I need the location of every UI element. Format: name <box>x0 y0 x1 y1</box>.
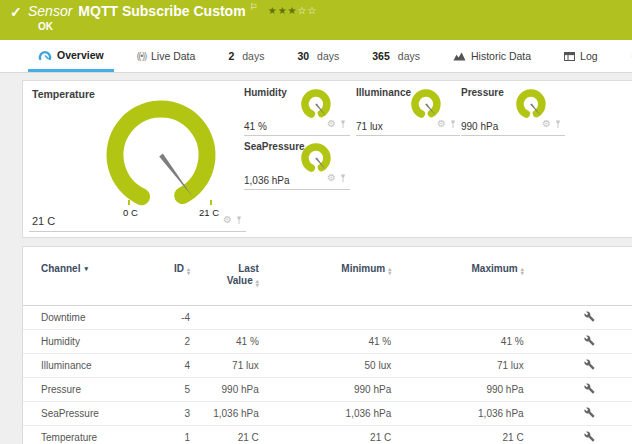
channel-name[interactable]: Illuminance <box>23 360 141 371</box>
pin-icon[interactable] <box>339 169 347 187</box>
tab-overview[interactable]: Overview <box>28 40 114 72</box>
pin-icon[interactable] <box>339 115 347 133</box>
channel-id: 4 <box>141 360 190 371</box>
wrench-icon[interactable] <box>584 361 595 372</box>
table-row-temperature[interactable]: Temperature 1 21 C 21 C 21 C <box>23 425 632 444</box>
channel-table-panel: Channel▾ ID▴▾ LastValue▴▾ Minimum▴▾ Maxi… <box>22 246 632 444</box>
tab-live-data[interactable]: ((•)) Live Data <box>127 40 206 72</box>
last-value: 21 C <box>190 432 259 443</box>
tab-365-days[interactable]: 365 days <box>362 40 430 72</box>
tab-unit: days <box>398 50 420 62</box>
gauge-title: Humidity <box>244 87 287 98</box>
tab-bar: Overview ((•)) Live Data 2 days 30 days … <box>0 40 632 73</box>
gauge-scale-min: 0 C <box>123 207 138 218</box>
sort-arrows-icon: ▴▾ <box>256 279 259 287</box>
sort-arrows-icon: ▴▾ <box>521 267 524 275</box>
tab-label: Overview <box>57 49 104 61</box>
tab-2-days[interactable]: 2 days <box>218 40 274 72</box>
gauge-value: 71 lux <box>356 121 383 132</box>
channel-id: 1 <box>141 432 190 443</box>
column-header-last-value[interactable]: LastValue▴▾ <box>190 263 259 287</box>
table-header-row: Channel▾ ID▴▾ LastValue▴▾ Minimum▴▾ Maxi… <box>23 247 632 305</box>
tab-log[interactable]: Log <box>554 40 608 72</box>
tab-historic-data[interactable]: Historic Data <box>443 40 541 72</box>
channel-id: 5 <box>141 384 190 395</box>
gauge-icon <box>38 49 52 61</box>
gauge-value: 21 C <box>32 215 55 227</box>
gauge-settings-gear-icon[interactable]: ⚙ <box>542 119 551 129</box>
tab-30-days[interactable]: 30 days <box>287 40 349 72</box>
gauge-card-illuminance: Illuminance 71 lux ⚙ <box>356 87 460 136</box>
gauge-card-seapressure: SeaPressure 1,036 hPa ⚙ <box>244 141 350 190</box>
pin-icon[interactable] <box>235 211 243 229</box>
last-value: 990 hPa <box>190 384 259 395</box>
tab-number: 30 <box>297 50 309 62</box>
sensor-title-line: SensorMQTT Subscribe Custom⚐★★★☆☆ <box>28 2 318 19</box>
tab-number: 2 <box>228 50 234 62</box>
gauge-title: Illuminance <box>356 87 411 98</box>
gauge-value: 990 hPa <box>461 121 498 132</box>
historic-chart-icon <box>453 51 466 61</box>
last-value: 71 lux <box>190 360 259 371</box>
gauge-settings-gear-icon[interactable]: ⚙ <box>327 119 336 129</box>
last-value: 1,036 hPa <box>190 408 259 419</box>
maximum-value: 1,036 hPa <box>391 408 523 419</box>
gauges-panel: Temperature 0 C 21 C 21 C ⚙ Humidity <box>22 80 632 238</box>
wrench-icon[interactable] <box>584 433 595 444</box>
channel-name[interactable]: Pressure <box>23 384 141 395</box>
channel-name[interactable]: SeaPressure <box>23 408 141 419</box>
column-header-maximum[interactable]: Maximum▴▾ <box>391 263 523 275</box>
minimum-value: 41 % <box>259 336 391 347</box>
sort-caret-icon: ▾ <box>84 265 88 272</box>
table-row-downtime[interactable]: Downtime -4 <box>23 305 632 329</box>
channel-id: -4 <box>141 312 190 323</box>
gauge-tick-min <box>128 200 130 205</box>
priority-stars-empty[interactable]: ☆☆ <box>298 5 318 16</box>
table-row-pressure[interactable]: Pressure 5 990 hPa 990 hPa 990 hPa <box>23 377 632 401</box>
flag-icon[interactable]: ⚐ <box>250 2 258 12</box>
wrench-icon[interactable] <box>584 409 595 420</box>
pin-icon[interactable] <box>449 115 457 133</box>
maximum-value: 71 lux <box>391 360 523 371</box>
maximum-value: 21 C <box>391 432 523 443</box>
tab-settings[interactable]: ⚙ Settings <box>621 40 632 72</box>
channel-name[interactable]: Temperature <box>23 432 141 443</box>
tab-unit: days <box>242 50 264 62</box>
gauge-settings-gear-icon[interactable]: ⚙ <box>327 173 336 183</box>
maximum-value: 990 hPa <box>391 384 523 395</box>
column-header-channel[interactable]: Channel▾ <box>23 263 141 274</box>
priority-stars[interactable]: ★★★☆☆ <box>268 5 318 16</box>
channel-name[interactable]: Downtime <box>23 312 141 323</box>
maximum-value: 41 % <box>391 336 523 347</box>
column-header-id[interactable]: ID▴▾ <box>141 263 190 275</box>
gauge-value: 41 % <box>244 121 267 132</box>
prtg-sensor-page: ✓ SensorMQTT Subscribe Custom⚐★★★☆☆ OK O… <box>0 0 632 444</box>
broadcast-icon: ((•)) <box>137 51 146 61</box>
gauge-card-pressure: Pressure 990 hPa ⚙ <box>461 87 565 136</box>
column-header-minimum[interactable]: Minimum▴▾ <box>259 263 391 275</box>
log-table-icon <box>564 52 575 61</box>
gauge-settings-gear-icon[interactable]: ⚙ <box>437 119 446 129</box>
sensor-type-label: Sensor <box>28 3 72 19</box>
tab-label: Live Data <box>151 50 195 62</box>
gauge-scale-max: 21 C <box>199 207 219 218</box>
table-row-humidity[interactable]: Humidity 2 41 % 41 % 41 % <box>23 329 632 353</box>
wrench-icon[interactable] <box>584 313 595 324</box>
table-row-illuminance[interactable]: Illuminance 4 71 lux 50 lux 71 lux <box>23 353 632 377</box>
tab-label: Log <box>580 50 598 62</box>
channel-name[interactable]: Humidity <box>23 336 141 347</box>
tab-unit: days <box>317 50 339 62</box>
tab-number: 365 <box>372 50 390 62</box>
minimum-value: 50 lux <box>259 360 391 371</box>
gauge-settings-gear-icon[interactable]: ⚙ <box>223 215 232 225</box>
gauge-title: Pressure <box>461 87 504 98</box>
channel-id: 2 <box>141 336 190 347</box>
minimum-value: 990 hPa <box>259 384 391 395</box>
wrench-icon[interactable] <box>584 385 595 396</box>
gauge-title: Temperature <box>32 88 95 100</box>
gauge-value: 1,036 hPa <box>244 175 290 186</box>
table-row-seapressure[interactable]: SeaPressure 3 1,036 hPa 1,036 hPa 1,036 … <box>23 401 632 425</box>
wrench-icon[interactable] <box>584 337 595 348</box>
pin-icon[interactable] <box>554 115 562 133</box>
priority-stars-filled[interactable]: ★★★ <box>268 5 298 16</box>
